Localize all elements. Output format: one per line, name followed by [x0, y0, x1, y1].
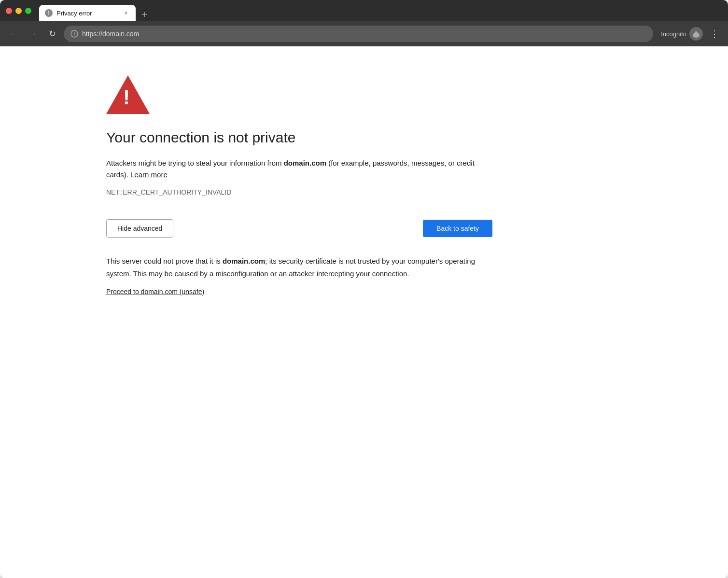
incognito-icon [689, 27, 703, 41]
incognito-section: Incognito [661, 27, 703, 41]
reload-button[interactable]: ↻ [44, 26, 60, 42]
error-code: NET::ERR_CERT_AUTHORITY_INVALID [106, 188, 689, 196]
svg-text:!: ! [73, 32, 75, 37]
address-text: https://domain.com [82, 30, 646, 38]
tab-title: Privacy error [56, 10, 118, 17]
active-tab[interactable]: ! Privacy error × [39, 5, 136, 21]
description-part1: Attackers might be trying to steal your … [106, 159, 284, 167]
description-domain: domain.com [284, 159, 326, 167]
close-traffic-light[interactable] [6, 8, 12, 14]
advanced-text-part1: This server could not prove that it is [106, 257, 223, 265]
toolbar: ← → ↻ ! https://domain.com Incognito ⋮ [0, 21, 728, 46]
traffic-lights [6, 8, 31, 14]
back-button[interactable]: ← [6, 26, 21, 42]
address-bar[interactable]: ! https://domain.com [64, 26, 653, 42]
tab-warning-icon: ! [45, 9, 53, 17]
title-bar: ! Privacy error × + [0, 0, 728, 21]
warning-triangle [106, 75, 150, 114]
forward-button[interactable]: → [25, 26, 41, 42]
incognito-label: Incognito [661, 30, 686, 38]
browser-window: ! Privacy error × + ← → ↻ ! https://doma… [0, 0, 728, 578]
learn-more-link[interactable]: Learn more [130, 170, 168, 179]
svg-rect-6 [695, 31, 698, 34]
maximize-traffic-light[interactable] [25, 8, 31, 14]
advanced-text: This server could not prove that it is d… [106, 255, 492, 280]
error-heading: Your connection is not private [106, 129, 689, 146]
proceed-link[interactable]: Proceed to domain.com (unsafe) [106, 288, 204, 296]
minimize-traffic-light[interactable] [15, 8, 22, 14]
svg-text:!: ! [48, 10, 50, 16]
back-to-safety-button[interactable]: Back to safety [423, 220, 492, 237]
page-content: Your connection is not private Attackers… [0, 46, 728, 578]
tab-close-button[interactable]: × [122, 9, 130, 17]
tab-bar: ! Privacy error × + [39, 0, 722, 21]
new-tab-button[interactable]: + [138, 8, 151, 21]
advanced-domain: domain.com [223, 257, 265, 265]
error-description: Attackers might be trying to steal your … [106, 157, 492, 181]
address-warning-icon: ! [70, 30, 78, 38]
hide-advanced-button[interactable]: Hide advanced [106, 219, 173, 238]
warning-icon [106, 75, 689, 116]
browser-menu-button[interactable]: ⋮ [707, 26, 722, 42]
action-row: Hide advanced Back to safety [106, 219, 492, 238]
